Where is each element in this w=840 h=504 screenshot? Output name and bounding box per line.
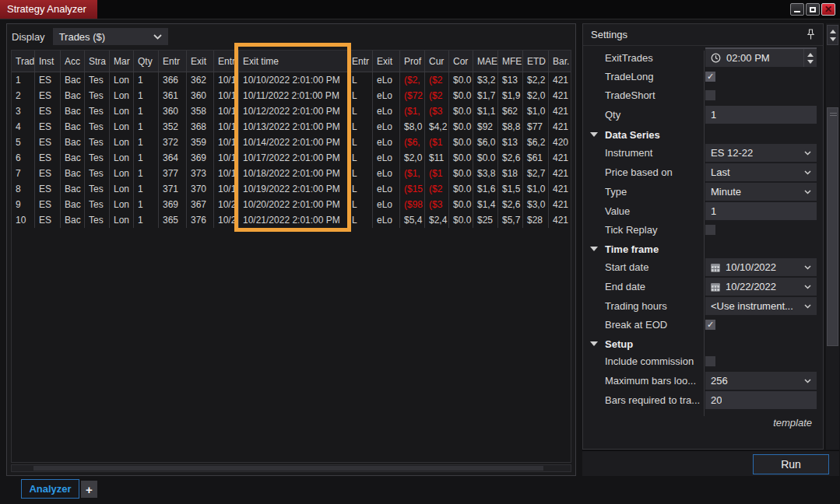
add-tab-button[interactable]: +	[81, 481, 97, 498]
column-header-mae[interactable]: MAE	[473, 51, 498, 72]
tab-analyzer[interactable]: Analyzer	[21, 479, 79, 499]
trade-cell: $0.0	[449, 119, 473, 135]
table-row[interactable]: 4ESBacTesLon135236810/110/13/2022 2:01:0…	[12, 119, 571, 135]
table-row[interactable]: 2ESBacTesLon136136010/110/11/2022 2:01:0…	[12, 88, 571, 103]
instrument-select[interactable]: ES 12-22	[705, 144, 817, 162]
trade-cell: 361	[159, 88, 187, 103]
bars-required-to-tra-input[interactable]: 20	[705, 391, 817, 409]
value-input[interactable]: 1	[705, 202, 817, 220]
field-label-bars-required-to-tra: Bars required to tra...	[583, 394, 705, 406]
display-dropdown-value: Trades ($)	[59, 31, 105, 43]
trade-cell: $62	[498, 103, 523, 119]
horizontal-scrollbar-thumb[interactable]	[33, 466, 543, 471]
close-button[interactable]: ✕	[821, 3, 835, 16]
table-row[interactable]: 5ESBacTesLon137235910/110/14/2022 2:01:0…	[12, 135, 571, 150]
table-row[interactable]: 8ESBacTesLon137137010/110/19/2022 2:01:0…	[12, 181, 571, 197]
field-label-exittrades: ExitTrades	[583, 52, 705, 64]
column-header-qty[interactable]: Qty	[134, 51, 159, 72]
table-row[interactable]: 7ESBacTesLon137737310/110/18/2022 2:01:0…	[12, 166, 571, 181]
trade-cell: 370	[187, 181, 214, 197]
column-header-cor[interactable]: Cor	[449, 51, 473, 72]
trade-number-cell: 4	[12, 119, 35, 135]
column-header-mar[interactable]: Mar	[110, 51, 134, 72]
trade-cell: 10/1	[214, 135, 239, 150]
column-header-etd[interactable]: ETD	[523, 51, 549, 72]
trade-cell: $2,4	[425, 212, 449, 228]
trade-cell: $8,8	[498, 119, 523, 135]
table-row[interactable]: 6ESBacTesLon136436910/110/17/2022 2:01:0…	[12, 150, 571, 166]
column-header-cur[interactable]: Cur	[425, 51, 449, 72]
tick-replay-checkbox[interactable]	[705, 225, 715, 235]
scroll-up-icon[interactable]	[830, 30, 836, 33]
collapse-arrow-icon[interactable]	[590, 341, 598, 346]
template-link[interactable]: template	[773, 417, 812, 429]
field-label-qty: Qty	[583, 109, 705, 121]
column-header-inst[interactable]: Inst	[35, 51, 61, 72]
column-header-entr[interactable]: Entr	[214, 51, 239, 72]
table-row[interactable]: 1ESBacTesLon136636210/110/10/2022 2:01:0…	[12, 72, 571, 88]
trade-cell: $13	[498, 72, 523, 88]
qty-input[interactable]: 1	[705, 106, 817, 124]
table-row[interactable]: 10ESBacTesLon136537610/210/21/2022 2:01:…	[12, 212, 571, 228]
column-header-mfe[interactable]: MFE	[498, 51, 523, 72]
column-header-prof[interactable]: Prof	[400, 51, 425, 72]
column-header-exit[interactable]: Exit	[187, 51, 214, 72]
section-data-series[interactable]: Data Series	[583, 127, 817, 142]
field-value: 1	[711, 109, 716, 121]
trade-cell: Lon	[110, 72, 134, 88]
maximize-icon	[810, 7, 816, 12]
price-based-on-select[interactable]: Last	[705, 163, 817, 181]
setting-row: InstrumentES 12-22	[583, 144, 817, 162]
pin-icon[interactable]	[807, 29, 815, 40]
column-header-acc[interactable]: Acc	[61, 51, 85, 72]
close-icon: ✕	[824, 5, 832, 14]
maximize-button[interactable]	[806, 3, 820, 16]
settings-scrollbar[interactable]	[826, 23, 839, 450]
column-header-exit-time[interactable]: Exit time	[239, 51, 348, 72]
table-row[interactable]: 9ESBacTesLon136936710/210/20/2022 2:01:0…	[12, 197, 571, 212]
field-label-instrument: Instrument	[583, 147, 705, 159]
display-dropdown[interactable]: Trades ($)	[53, 28, 168, 45]
run-button[interactable]: Run	[753, 454, 829, 474]
column-header-bar[interactable]: Bar.	[549, 51, 571, 72]
exittrades-time[interactable]: 02:00 PM	[705, 49, 817, 67]
spin-down-icon[interactable]	[807, 60, 814, 64]
column-header-trad[interactable]: Trad	[12, 51, 35, 72]
section-time-frame[interactable]: Time frame	[583, 241, 817, 257]
start-date-date[interactable]: 10/10/2022	[705, 258, 817, 276]
maximum-bars-loo-select[interactable]: 256	[705, 372, 817, 390]
time-spinner[interactable]	[803, 49, 817, 67]
column-header-exit[interactable]: Exit	[373, 51, 400, 72]
column-header-entr[interactable]: Entr	[159, 51, 187, 72]
trade-cell: 369	[159, 197, 187, 212]
collapse-arrow-icon[interactable]	[590, 247, 598, 251]
trade-cell: Tes	[85, 103, 110, 119]
end-date-date[interactable]: 10/22/2022	[705, 278, 817, 296]
column-header-entr[interactable]: Entr	[348, 51, 373, 72]
minimize-button[interactable]	[790, 3, 804, 16]
field-label-break-at-eod: Break at EOD	[583, 319, 705, 331]
trade-cell: ($2,	[400, 72, 425, 88]
trade-cell: ES	[35, 135, 61, 150]
scrollbar-thumb[interactable]	[827, 107, 838, 346]
scroll-down-icon[interactable]	[830, 37, 836, 41]
trade-cell: 10/1	[214, 103, 239, 119]
trade-cell: ($1	[425, 166, 449, 181]
tradeshort-checkbox[interactable]	[705, 90, 715, 100]
section-setup[interactable]: Setup	[583, 336, 817, 352]
scrollbar-arrows[interactable]	[827, 25, 838, 45]
break-at-eod-checkbox[interactable]: ✓	[705, 320, 715, 330]
section-label: Setup	[605, 338, 633, 350]
trade-cell: $0.0	[449, 197, 473, 212]
collapse-arrow-icon[interactable]	[590, 132, 598, 137]
setting-row: End date10/22/2022	[583, 278, 817, 296]
horizontal-scrollbar[interactable]	[11, 464, 571, 472]
column-header-stra[interactable]: Stra	[85, 51, 110, 72]
trade-cell: 421	[549, 72, 571, 88]
type-select[interactable]: Minute	[705, 183, 817, 201]
table-row[interactable]: 3ESBacTesLon136035810/110/12/2022 2:01:0…	[12, 103, 571, 119]
include-commission-checkbox[interactable]	[705, 356, 715, 366]
spin-up-icon[interactable]	[807, 53, 814, 57]
tradelong-checkbox[interactable]: ✓	[705, 72, 715, 82]
trading-hours-select[interactable]: <Use instrument...	[705, 297, 817, 315]
